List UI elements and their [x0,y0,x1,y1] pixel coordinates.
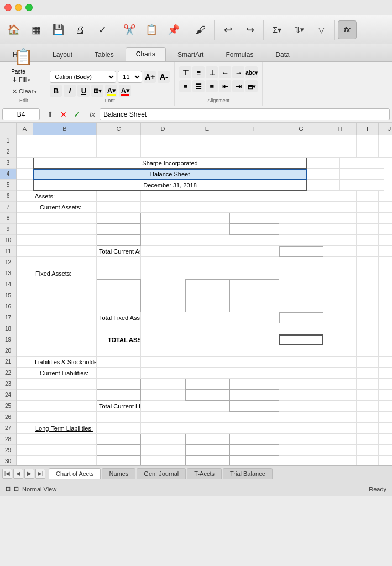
cell-a10[interactable] [17,235,33,246]
row-num-8[interactable]: 8 [0,213,16,224]
cell-c11[interactable]: Total Current Assets [97,246,141,257]
cell-h23[interactable] [323,379,357,390]
cell-e8[interactable] [185,213,229,224]
cell-h22[interactable] [323,368,357,379]
cell-d26[interactable] [141,412,185,423]
cell-b4-merged[interactable]: Balance Sheet [33,169,307,180]
maximize-button[interactable] [25,4,33,11]
cell-h16[interactable] [323,301,357,312]
row-num-3[interactable]: 3 [0,158,16,169]
cell-e24[interactable] [185,390,229,401]
align-top-button[interactable]: ⊤ [179,66,191,78]
cell-f14[interactable] [229,279,279,290]
cell-i14[interactable] [357,279,379,290]
print-toolbar-btn[interactable]: 🖨 [70,18,91,41]
cell-h1[interactable] [323,135,357,146]
cell-c2[interactable] [97,146,141,158]
cell-i19[interactable] [357,334,379,345]
cell-a13[interactable] [17,268,33,279]
cell-c17[interactable]: Total Fixed Assets [97,312,141,323]
cell-g13[interactable] [279,268,323,279]
cell-a20[interactable] [17,345,33,357]
row-num-7[interactable]: 7 [0,202,16,213]
cell-h30[interactable] [323,456,357,465]
cell-i30[interactable] [357,456,379,465]
row-num-22[interactable]: 22 [0,368,16,379]
row-num-5[interactable]: 5 [0,180,16,191]
row-num-9[interactable]: 9 [0,224,16,235]
cell-c28[interactable] [97,434,141,445]
cell-e11[interactable] [185,246,229,257]
formula-input[interactable] [100,108,390,120]
cell-a27[interactable] [17,423,33,434]
cell-j6[interactable] [379,191,392,202]
cell-i22[interactable] [357,368,379,379]
cell-d17[interactable] [141,312,185,323]
cell-b26[interactable] [33,412,97,423]
cell-c6[interactable] [97,191,141,202]
sheet-tab-t-accts[interactable]: T-Accts [187,468,222,479]
cell-f11[interactable] [229,246,279,257]
cell-b5-merged[interactable]: December 31, 2018 [33,180,307,191]
tab-charts[interactable]: Charts [126,47,166,61]
cell-a21[interactable] [17,357,33,368]
cell-f20[interactable] [229,345,279,357]
cell-d28[interactable] [141,434,185,445]
cell-g14[interactable] [279,279,323,290]
cell-i11[interactable] [357,246,379,257]
cell-h29[interactable] [323,445,357,456]
sheet-nav-prev[interactable]: ◀ [13,469,23,479]
cell-e1[interactable] [185,135,229,146]
cell-c30[interactable] [97,456,141,465]
cell-c15[interactable] [97,290,141,301]
cell-a29[interactable] [17,445,33,456]
row-num-13[interactable]: 13 [0,268,16,279]
cell-b15[interactable] [33,290,97,301]
cell-f10[interactable] [229,235,279,246]
cell-e9[interactable] [185,224,229,235]
cell-d9[interactable] [141,224,185,235]
cell-j18[interactable] [379,323,392,334]
cell-c24[interactable] [97,390,141,401]
cell-d8[interactable] [141,213,185,224]
bold-button[interactable]: B [50,85,62,97]
spell-toolbar-btn[interactable]: ✓ [92,18,113,41]
cell-d2[interactable] [141,146,185,158]
cell-a25[interactable] [17,401,33,412]
row-num-30[interactable]: 30 [0,456,16,465]
sum-toolbar-btn[interactable]: Σ▾ [266,18,288,41]
cell-a6[interactable] [17,191,33,202]
cell-i6[interactable] [357,191,379,202]
tab-smartart[interactable]: SmartArt [167,48,214,61]
cell-j1[interactable] [379,135,392,146]
cell-d19[interactable] [141,334,185,345]
cell-e6[interactable] [185,191,229,202]
align-right-button[interactable]: ≡ [206,80,218,92]
cell-b29[interactable] [33,445,97,456]
cell-j3[interactable] [362,158,384,169]
cell-h3[interactable] [307,158,340,169]
cell-h10[interactable] [323,235,357,246]
cell-g20[interactable] [279,345,323,357]
cell-d24[interactable] [141,390,185,401]
cell-c26[interactable] [97,412,141,423]
cell-e10[interactable] [185,235,229,246]
cell-h25[interactable] [323,401,357,412]
cell-e23[interactable] [185,379,229,390]
formula-accept-btn[interactable]: ✓ [71,108,83,120]
row-num-12[interactable]: 12 [0,257,16,268]
cell-f30[interactable] [229,456,279,465]
cell-g11[interactable] [279,246,323,257]
cell-i21[interactable] [357,357,379,368]
increase-indent-button[interactable]: ⇥ [232,80,244,92]
cell-j25[interactable] [379,401,392,412]
cell-i3[interactable] [340,158,362,169]
sheet-tab-names[interactable]: Names [102,468,135,479]
sheet-nav-next[interactable]: ▶ [24,469,34,479]
cell-c7[interactable] [97,202,141,213]
cell-g16[interactable] [279,301,323,312]
cell-reference[interactable]: B4 [2,108,40,120]
cell-c23[interactable] [97,379,141,390]
cell-e16[interactable] [185,301,229,312]
cell-e17[interactable] [185,312,229,323]
